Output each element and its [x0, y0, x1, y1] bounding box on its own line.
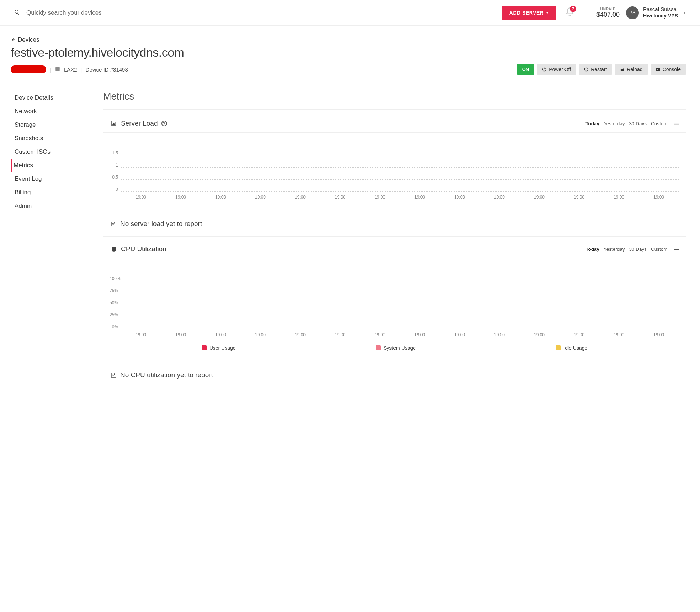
user-org: Hivelocity VPS: [643, 13, 678, 19]
page: Devices festive-ptolemy.hivelocitydns.co…: [0, 26, 700, 397]
sidebar-item-event-log[interactable]: Event Log: [11, 172, 89, 186]
range-tab-custom[interactable]: Custom: [651, 247, 668, 252]
x-tick-label: 19:00: [360, 332, 400, 337]
legend-swatch: [376, 345, 381, 350]
power-off-button[interactable]: Power Off: [537, 64, 576, 75]
range-tab-today[interactable]: Today: [585, 247, 599, 252]
user-menu[interactable]: PS Pascal Suissa Hivelocity VPS ▾: [626, 6, 686, 19]
range-tab-30days[interactable]: 30 Days: [629, 121, 647, 126]
x-tick-label: 19:00: [440, 332, 479, 337]
no-data-text: No CPU utilization yet to report: [120, 371, 213, 379]
search-input[interactable]: [26, 9, 169, 16]
x-tick-label: 19:00: [519, 332, 559, 337]
x-tick-label: 19:00: [599, 332, 639, 337]
no-data-text: No server load yet to report: [120, 220, 202, 228]
range-tab-yesterday[interactable]: Yesterday: [604, 247, 625, 252]
metric-cpu: CPU Utilization Today Yesterday 30 Days …: [103, 237, 686, 363]
separator: |: [81, 67, 82, 73]
x-tick-label: 19:00: [201, 332, 240, 337]
sidebar: Device Details Network Storage Snapshots…: [11, 91, 89, 382]
sidebar-item-snapshots[interactable]: Snapshots: [11, 132, 89, 145]
add-server-button[interactable]: ADD SERVER ▾: [502, 6, 556, 20]
sidebar-item-admin[interactable]: Admin: [11, 199, 89, 213]
y-tick-label: 25%: [110, 312, 121, 317]
search-icon[interactable]: [14, 9, 20, 16]
chart-gridline: 0%: [121, 317, 679, 329]
line-chart-icon: [110, 221, 117, 227]
range-tabs: Today Yesterday 30 Days Custom —: [585, 121, 679, 126]
console-button[interactable]: Console: [651, 64, 686, 75]
chart-gridline: 1: [121, 155, 679, 168]
x-tick-label: 19:00: [519, 195, 559, 200]
y-tick-label: 1.5: [110, 151, 121, 155]
breadcrumb-label: Devices: [18, 36, 39, 43]
chevron-down-icon: ▾: [684, 10, 686, 15]
topbar: ADD SERVER ▾ 7 UNPAID $407.00 PS Pascal …: [0, 0, 700, 26]
notification-badge: 7: [570, 6, 576, 12]
x-tick-label: 19:00: [559, 332, 599, 337]
metric-header: Server Load ? Today Yesterday 30 Days Cu…: [103, 120, 686, 133]
y-tick-label: 50%: [110, 300, 121, 305]
chart-gridline: 75%: [121, 281, 679, 293]
sidebar-item-custom-isos[interactable]: Custom ISOs: [11, 145, 89, 159]
server-icon: [55, 67, 60, 73]
divider: [590, 6, 590, 20]
metric-server-load: Server Load ? Today Yesterday 30 Days Cu…: [103, 120, 686, 212]
range-tabs: Today Yesterday 30 Days Custom —: [585, 247, 679, 252]
chart-gridline: 0: [121, 180, 679, 192]
chart-gridline: 25%: [121, 305, 679, 317]
no-data-server-load: No server load yet to report: [103, 212, 686, 237]
separator: |: [50, 67, 51, 73]
svg-rect-4: [656, 68, 660, 71]
chevron-down-icon: ▾: [546, 11, 548, 15]
device-id: Device ID #31498: [86, 67, 128, 73]
line-chart-icon: [110, 372, 117, 378]
title-row: | LAX2 | Device ID #31498 ON Power Off R…: [11, 64, 686, 80]
range-tab-custom[interactable]: Custom: [651, 121, 668, 126]
range-tab-30days[interactable]: 30 Days: [629, 247, 647, 252]
x-tick-label: 19:00: [280, 195, 320, 200]
device-location: LAX2: [64, 67, 77, 73]
x-tick-label: 19:00: [400, 195, 440, 200]
breadcrumb-back[interactable]: Devices: [11, 36, 686, 43]
range-tab-yesterday[interactable]: Yesterday: [604, 121, 625, 126]
legend-swatch: [202, 345, 207, 350]
collapse-icon[interactable]: —: [674, 247, 679, 252]
user-text: Pascal Suissa Hivelocity VPS: [643, 6, 678, 19]
power-off-label: Power Off: [549, 67, 571, 72]
x-tick-label: 19:00: [440, 195, 479, 200]
restart-label: Restart: [591, 67, 607, 72]
sidebar-item-metrics[interactable]: Metrics: [11, 159, 89, 172]
notifications-button[interactable]: 7: [565, 7, 575, 19]
sidebar-item-billing[interactable]: Billing: [11, 186, 89, 199]
sidebar-item-storage[interactable]: Storage: [11, 118, 89, 132]
help-icon[interactable]: ?: [161, 121, 167, 126]
device-tag-pill: [11, 65, 46, 73]
x-tick-label: 19:00: [161, 332, 201, 337]
x-tick-label: 19:00: [280, 332, 320, 337]
area-chart-icon: [110, 120, 117, 127]
x-tick-label: 19:00: [479, 332, 519, 337]
metric-header: CPU Utilization Today Yesterday 30 Days …: [103, 237, 686, 258]
x-tick-label: 19:00: [240, 332, 280, 337]
unpaid-label: UNPAID: [596, 7, 620, 11]
metric-title: CPU Utilization: [110, 245, 166, 253]
sidebar-item-device-details[interactable]: Device Details: [11, 91, 89, 105]
legend-label: Idle Usage: [563, 345, 587, 351]
sidebar-item-network[interactable]: Network: [11, 105, 89, 118]
reload-button[interactable]: Reload: [615, 64, 647, 75]
unpaid-balance[interactable]: UNPAID $407.00: [596, 7, 620, 19]
avatar: PS: [626, 6, 639, 19]
chart-legend: User UsageSystem UsageIdle Usage: [110, 345, 679, 351]
x-tick-label: 19:00: [201, 195, 240, 200]
legend-item: Idle Usage: [556, 345, 587, 351]
collapse-icon[interactable]: —: [674, 121, 679, 126]
user-name: Pascal Suissa: [643, 6, 678, 13]
legend-label: User Usage: [210, 345, 236, 351]
metric-title-text: Server Load: [121, 120, 158, 127]
range-tab-today[interactable]: Today: [585, 121, 599, 126]
restart-button[interactable]: Restart: [579, 64, 612, 75]
x-tick-label: 19:00: [240, 195, 280, 200]
x-tick-label: 19:00: [320, 195, 360, 200]
y-tick-label: 0%: [110, 325, 121, 329]
